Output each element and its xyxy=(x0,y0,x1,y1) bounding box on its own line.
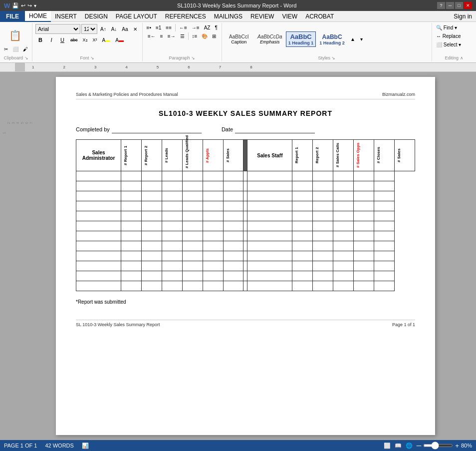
staff-report1-cell[interactable] xyxy=(247,271,292,281)
sales-admin-cell[interactable] xyxy=(223,191,243,201)
bullets-button[interactable]: ≡• xyxy=(145,24,153,31)
staff-report1-cell[interactable] xyxy=(247,201,292,211)
cut-button[interactable]: ✂ xyxy=(2,45,10,53)
table-row[interactable] xyxy=(76,191,415,201)
closes-cell[interactable] xyxy=(354,211,374,221)
quick-undo[interactable]: ↩ xyxy=(21,2,25,9)
admin-name-cell[interactable] xyxy=(76,191,121,201)
select-button[interactable]: ⬜ Select ▾ xyxy=(434,41,474,48)
appts-cell[interactable] xyxy=(203,191,223,201)
table-row[interactable] xyxy=(76,281,415,291)
leads-cell[interactable] xyxy=(162,251,182,261)
leads-cell[interactable] xyxy=(162,181,182,191)
staff-report1-cell[interactable] xyxy=(247,191,292,201)
staff-report1-cell[interactable] xyxy=(247,251,292,261)
staff-name-cell[interactable] xyxy=(243,261,247,271)
superscript-button[interactable]: X² xyxy=(91,36,99,43)
report1-cell[interactable] xyxy=(121,281,142,291)
report2-cell[interactable] xyxy=(141,191,162,201)
sales-admin-cell[interactable] xyxy=(223,201,243,211)
appts-cell[interactable] xyxy=(203,201,223,211)
sales-admin-cell[interactable] xyxy=(223,281,243,291)
admin-name-cell[interactable] xyxy=(76,211,121,221)
table-row[interactable] xyxy=(76,211,415,221)
report2-cell[interactable] xyxy=(141,201,162,211)
sales-admin-cell[interactable] xyxy=(223,231,243,241)
completed-by-input[interactable] xyxy=(112,125,202,133)
staff-report2-cell[interactable] xyxy=(292,261,313,271)
zoom-out-button[interactable]: ─ xyxy=(417,442,421,450)
subscript-button[interactable]: X₂ xyxy=(81,36,90,43)
sales-opps-cell[interactable] xyxy=(333,171,354,181)
line-spacing-button[interactable]: ↕≡ xyxy=(190,32,200,40)
staff-name-cell[interactable] xyxy=(243,241,247,251)
leads-qualified-cell[interactable] xyxy=(182,191,203,201)
sales-calls-cell[interactable] xyxy=(313,181,333,191)
staff-name-cell[interactable] xyxy=(243,251,247,261)
sales-opps-cell[interactable] xyxy=(333,191,354,201)
font-shrink-button[interactable]: A↓ xyxy=(109,25,119,33)
zoom-slider[interactable] xyxy=(423,444,453,447)
sales-staff-cell[interactable] xyxy=(374,261,395,271)
minimize-button[interactable]: ─ xyxy=(446,2,454,9)
sales-staff-cell[interactable] xyxy=(374,181,395,191)
sales-staff-cell[interactable] xyxy=(374,231,395,241)
leads-cell[interactable] xyxy=(162,271,182,281)
styles-scroll-up[interactable]: ▲ xyxy=(348,35,357,43)
appts-cell[interactable] xyxy=(203,221,223,231)
sales-staff-cell[interactable] xyxy=(374,211,395,221)
closes-cell[interactable] xyxy=(354,261,374,271)
leads-qualified-cell[interactable] xyxy=(182,261,203,271)
staff-name-cell[interactable] xyxy=(243,181,247,191)
sales-opps-cell[interactable] xyxy=(333,201,354,211)
align-left-button[interactable]: ≡← xyxy=(146,32,158,40)
staff-report2-cell[interactable] xyxy=(292,271,313,281)
menu-design[interactable]: DESIGN xyxy=(81,11,112,22)
sales-opps-cell[interactable] xyxy=(333,281,354,291)
report1-cell[interactable] xyxy=(121,181,142,191)
menu-acrobat[interactable]: ACROBAT xyxy=(301,11,338,22)
table-row[interactable] xyxy=(76,171,415,181)
paste-button[interactable]: 📋 xyxy=(7,25,25,45)
font-case-button[interactable]: Aa xyxy=(120,25,130,33)
report1-cell[interactable] xyxy=(121,201,142,211)
admin-name-cell[interactable] xyxy=(76,271,121,281)
sales-admin-cell[interactable] xyxy=(223,241,243,251)
sales-staff-cell[interactable] xyxy=(374,251,395,261)
table-row[interactable] xyxy=(76,181,415,191)
admin-name-cell[interactable] xyxy=(76,201,121,211)
leads-cell[interactable] xyxy=(162,241,182,251)
report2-cell[interactable] xyxy=(141,251,162,261)
report1-cell[interactable] xyxy=(121,221,142,231)
sales-admin-cell[interactable] xyxy=(223,271,243,281)
closes-cell[interactable] xyxy=(354,281,374,291)
sales-staff-cell[interactable] xyxy=(374,171,395,181)
appts-cell[interactable] xyxy=(203,271,223,281)
sign-in[interactable]: Sign in xyxy=(450,11,476,22)
date-input[interactable] xyxy=(235,125,315,133)
staff-report2-cell[interactable] xyxy=(292,241,313,251)
closes-cell[interactable] xyxy=(354,241,374,251)
appts-cell[interactable] xyxy=(203,211,223,221)
sales-staff-cell[interactable] xyxy=(374,221,395,231)
staff-report1-cell[interactable] xyxy=(247,211,292,221)
staff-name-cell[interactable] xyxy=(243,191,247,201)
leads-cell[interactable] xyxy=(162,281,182,291)
report2-cell[interactable] xyxy=(141,171,162,181)
menu-page-layout[interactable]: PAGE LAYOUT xyxy=(112,11,161,22)
admin-name-cell[interactable] xyxy=(76,171,121,181)
staff-report2-cell[interactable] xyxy=(292,281,313,291)
align-center-button[interactable]: ≡ xyxy=(158,32,165,40)
clear-format-button[interactable]: ✕ xyxy=(131,25,139,33)
staff-name-cell[interactable] xyxy=(243,201,247,211)
table-row[interactable] xyxy=(76,221,415,231)
leads-cell[interactable] xyxy=(162,231,182,241)
style-emphasis[interactable]: AaBbCcDa Emphasis xyxy=(255,32,285,46)
table-row[interactable] xyxy=(76,261,415,271)
leads-qualified-cell[interactable] xyxy=(182,221,203,231)
menu-review[interactable]: REVIEW xyxy=(246,11,278,22)
font-name-select[interactable]: Arial xyxy=(35,24,80,34)
menu-file[interactable]: FILE xyxy=(0,11,25,22)
appts-cell[interactable] xyxy=(203,231,223,241)
copy-button[interactable]: ⬜ xyxy=(10,45,20,53)
